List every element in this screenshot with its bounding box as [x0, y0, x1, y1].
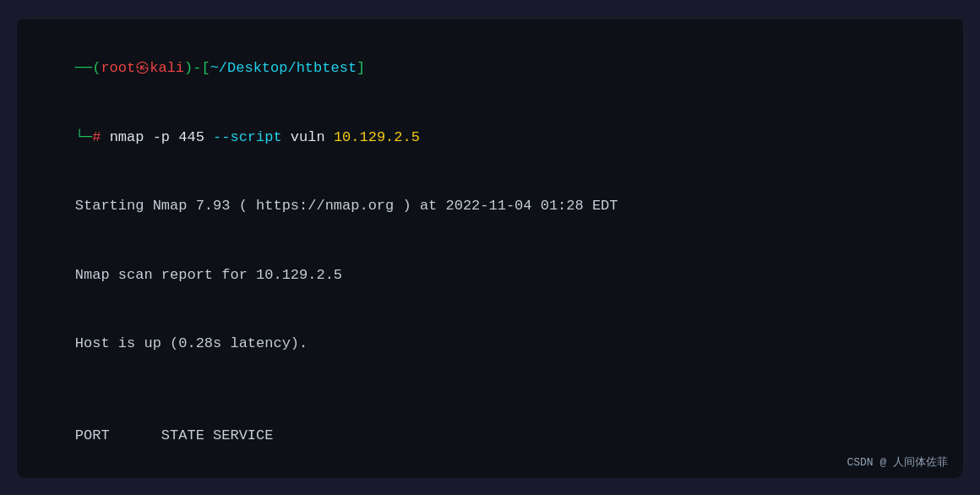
scan-report-text: Nmap scan report for 10.129.2.5 — [75, 267, 342, 283]
output-port-header: PORT STATE SERVICE — [41, 401, 939, 471]
prompt-path-text: ──( — [75, 60, 101, 76]
command-line: └─# nmap -p 445 --script vuln 10.129.2.5 — [41, 103, 939, 172]
output-host-up: Host is up (0.28s latency). — [41, 309, 939, 378]
prompt-hash: └─ — [75, 129, 92, 145]
port-header-text: PORT STATE SERVICE — [75, 427, 274, 443]
prompt-bracket: )-[ — [184, 60, 210, 76]
prompt-dir: ~/Desktop/htbtest — [210, 60, 357, 76]
watermark-text: CSDN @ 人间体佐菲 — [847, 456, 948, 469]
starting-text: Starting Nmap 7.93 ( https://nmap.org ) … — [75, 198, 618, 214]
cmd-script-flag: --script — [213, 129, 282, 145]
prompt-bracket-close: ] — [357, 60, 365, 76]
prompt-hash-symbol: # — [92, 129, 109, 145]
cmd-script-val: vuln — [282, 129, 334, 145]
watermark: CSDN @ 人间体佐菲 — [847, 454, 948, 470]
host-up-text: Host is up (0.28s latency). — [75, 335, 308, 351]
output-starting: Starting Nmap 7.93 ( https://nmap.org ) … — [41, 171, 939, 241]
cmd-nmap: nmap -p 445 — [110, 129, 213, 145]
terminal-window: ──(root㉿kali)-[~/Desktop/htbtest] └─# nm… — [17, 17, 963, 478]
output-port-entry: 445/tcp open microsoft-ds — [41, 471, 939, 478]
prompt-path-line: ──(root㉿kali)-[~/Desktop/htbtest] — [41, 34, 939, 103]
output-scan-report: Nmap scan report for 10.129.2.5 — [41, 241, 939, 310]
prompt-user: root㉿kali — [101, 60, 184, 76]
empty-line-1 — [41, 378, 939, 401]
cmd-ip: 10.129.2.5 — [334, 129, 420, 145]
